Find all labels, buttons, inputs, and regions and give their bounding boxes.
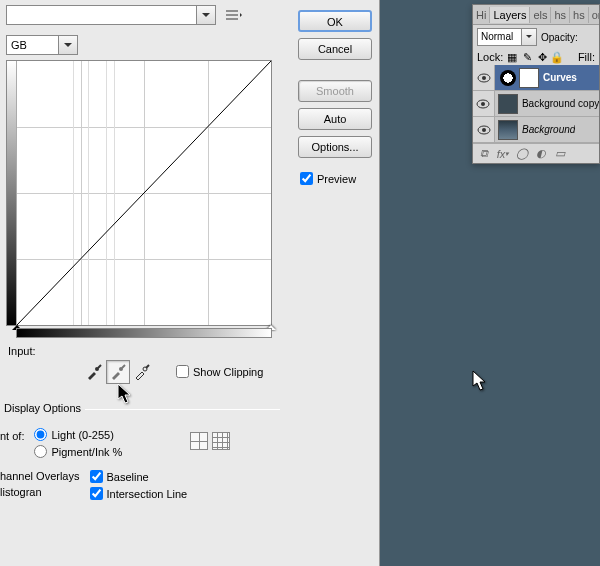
input-label: Input: bbox=[8, 345, 36, 357]
group-icon[interactable]: ▭ bbox=[553, 147, 567, 161]
svg-line-6 bbox=[98, 365, 101, 368]
layer-style-icon[interactable]: fx▾ bbox=[496, 147, 510, 161]
baseline-label: Baseline bbox=[107, 471, 149, 483]
tab-layers[interactable]: Layers bbox=[490, 7, 530, 23]
layer-thumb bbox=[498, 94, 518, 114]
svg-line-8 bbox=[122, 365, 125, 368]
svg-line-10 bbox=[146, 365, 149, 368]
lock-label: Lock: bbox=[477, 51, 503, 63]
curve-line[interactable] bbox=[17, 61, 271, 325]
layer-row-bg-copy[interactable]: Background copy bbox=[473, 91, 599, 117]
visibility-toggle[interactable] bbox=[473, 91, 495, 116]
curve-graph[interactable] bbox=[6, 60, 272, 326]
layer-name: Background bbox=[522, 124, 575, 135]
layer-name: Background copy bbox=[522, 98, 599, 109]
baseline-checkbox[interactable] bbox=[90, 470, 103, 483]
tab-other1[interactable]: hs bbox=[570, 7, 589, 23]
cancel-button[interactable]: Cancel bbox=[298, 38, 372, 60]
show-clipping-checkbox[interactable] bbox=[176, 365, 189, 378]
svg-line-4 bbox=[17, 61, 271, 325]
tab-paths[interactable]: hs bbox=[551, 7, 570, 23]
adjustment-thumb bbox=[500, 70, 516, 86]
pigment-radio-label: Pigment/Ink % bbox=[51, 446, 122, 458]
channel-select[interactable]: GB bbox=[6, 35, 78, 55]
lock-all-icon[interactable]: 🔒 bbox=[551, 51, 563, 63]
adjustment-layer-icon[interactable]: ◐ bbox=[534, 147, 548, 161]
grid-simple-icon[interactable] bbox=[190, 432, 208, 450]
tab-channels[interactable]: els bbox=[530, 7, 551, 23]
black-point-eyedropper[interactable] bbox=[82, 360, 106, 384]
layer-list: Curves Background copy Background bbox=[473, 65, 599, 143]
auto-button[interactable]: Auto bbox=[298, 108, 372, 130]
output-gradient bbox=[7, 61, 17, 325]
curves-dialog: GB Input: bbox=[0, 0, 380, 566]
amount-label: nt of: bbox=[0, 428, 24, 442]
visibility-toggle[interactable] bbox=[473, 117, 495, 142]
show-clipping-label: Show Clipping bbox=[193, 366, 263, 378]
pigment-radio[interactable] bbox=[34, 445, 47, 458]
layer-row-curves[interactable]: Curves bbox=[473, 65, 599, 91]
lock-transparency-icon[interactable]: ▦ bbox=[506, 51, 518, 63]
fill-label: Fill: bbox=[578, 51, 595, 63]
svg-marker-3 bbox=[240, 13, 242, 17]
layer-row-background[interactable]: Background bbox=[473, 117, 599, 143]
smooth-button[interactable]: Smooth bbox=[298, 80, 372, 102]
tab-history[interactable]: Hi bbox=[473, 7, 490, 23]
layer-name: Curves bbox=[543, 72, 577, 83]
input-gradient bbox=[16, 328, 272, 338]
ok-button[interactable]: OK bbox=[298, 10, 372, 32]
lock-paint-icon[interactable]: ✎ bbox=[521, 51, 533, 63]
intersection-label: Intersection Line bbox=[107, 488, 188, 500]
visibility-toggle[interactable] bbox=[473, 65, 495, 90]
light-radio-label: Light (0-255) bbox=[51, 429, 113, 441]
light-radio[interactable] bbox=[34, 428, 47, 441]
layer-thumb bbox=[498, 120, 518, 140]
panel-tabs: Hi Layers els hs hs or es bbox=[473, 5, 599, 25]
grid-detailed-icon[interactable] bbox=[212, 432, 230, 450]
mask-thumb bbox=[519, 68, 539, 88]
preset-select[interactable] bbox=[6, 5, 216, 25]
display-options-label: Display Options bbox=[0, 402, 85, 414]
cursor-icon bbox=[117, 383, 133, 405]
white-point-eyedropper[interactable] bbox=[130, 360, 154, 384]
options-button[interactable]: Options... bbox=[298, 136, 372, 158]
lock-position-icon[interactable]: ✥ bbox=[536, 51, 548, 63]
gray-point-eyedropper[interactable] bbox=[106, 360, 130, 384]
svg-point-14 bbox=[481, 102, 485, 106]
intersection-checkbox[interactable] bbox=[90, 487, 103, 500]
channel-overlays-label: hannel Overlays bbox=[0, 470, 80, 482]
preview-checkbox[interactable] bbox=[300, 172, 313, 185]
svg-point-16 bbox=[482, 128, 486, 132]
cursor-icon bbox=[472, 370, 488, 392]
histogram-label: listogran bbox=[0, 486, 80, 498]
dialog-menu-icon[interactable] bbox=[226, 9, 242, 21]
svg-point-12 bbox=[482, 76, 486, 80]
layers-panel: Hi Layers els hs hs or es Normal Opacity… bbox=[472, 4, 600, 164]
opacity-label: Opacity: bbox=[541, 32, 578, 43]
layer-mask-icon[interactable]: ◯ bbox=[515, 147, 529, 161]
blend-mode-select[interactable]: Normal bbox=[477, 28, 537, 46]
link-layers-icon[interactable]: ⧉ bbox=[477, 147, 491, 161]
preview-label: Preview bbox=[317, 173, 356, 185]
tab-other2[interactable]: or bbox=[589, 7, 599, 23]
